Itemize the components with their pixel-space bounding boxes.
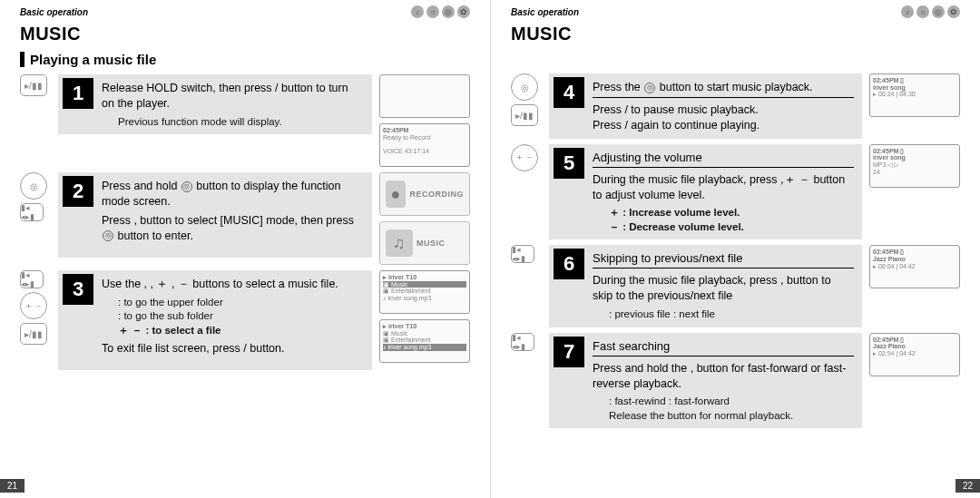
rec-label: RECORDING: [409, 190, 464, 199]
step-7-buttons: ▮◂ ◂▸▮: [511, 333, 542, 351]
page-number-right: 22: [956, 479, 980, 493]
page-number-left: 21: [0, 479, 24, 493]
step-1-number: 1: [63, 78, 93, 109]
sr1a: 02:45PM: [383, 127, 466, 134]
header-icons: ♪ ☼ ◎ ✿: [411, 5, 470, 18]
music-mode-tile: ♫ MUSIC: [379, 221, 470, 265]
music-mode-icon: ♪: [411, 5, 424, 18]
step-4-row: ◎ ▸/▮▮ 4 Press the ◎ button to start mus…: [511, 73, 960, 139]
step-4-buttons: ◎ ▸/▮▮: [511, 73, 542, 126]
section-subtitle: Playing a music file: [20, 52, 470, 67]
l2c: ▣ Entertainment: [383, 337, 466, 344]
p3d: ▸ 00:04 | 04:42: [873, 263, 956, 270]
step-6-title: Skipping to previous/next file: [593, 251, 854, 265]
play-pause-button-icon-4: ▸/▮▮: [511, 104, 538, 126]
radio-mode-icon-r: ☼: [916, 5, 929, 18]
step-2-box: 2 Press and hold ◎ button to display the…: [58, 172, 372, 258]
step-4-screens: 02:45PM ▯ iriver song ▸ 00:24 | 04:30: [869, 73, 960, 117]
screen-ready: 02:45PM Ready to Record VOICE 43:17:14: [379, 123, 470, 167]
recording-mode-tile: ● RECORDING: [379, 172, 470, 216]
step-2-buttons: ◎ ▮◂ ◂▸▮: [20, 172, 51, 221]
step-3-sub2: : to go the sub folder: [102, 309, 364, 324]
l2a: ▸ iriver T10: [383, 323, 466, 330]
music-glyph-icon: ♫: [386, 229, 413, 257]
l1b: ▣ Music: [383, 281, 466, 288]
music-label: MUSIC: [416, 239, 446, 248]
step-6-t1: During the music file playback, press , …: [593, 273, 854, 304]
step-5-buttons: ＋ －: [511, 144, 542, 171]
step-5-title: Adjusting the volume: [593, 151, 854, 164]
music-mode-icon-r: ♪: [901, 5, 914, 18]
step-7-t1: Press and hold the , button for fast-for…: [593, 361, 854, 392]
step-6-s1: : previous file : next file: [593, 308, 854, 322]
step-5-box: 5 Adjusting the volume During the music …: [549, 144, 862, 240]
step-3-sub1: : to go the upper folder: [102, 296, 364, 310]
header-row-r: Basic operation ♪ ☼ ◎ ✿: [511, 5, 960, 18]
step-7-screens: 02:45PM ▯ Jazz Piano ▸ 02:54 | 04:42: [869, 333, 960, 376]
step-1-screens: 02:45PM Ready to Record VOICE 43:17:14: [379, 74, 470, 167]
skip-button-icon-7: ▮◂ ◂▸▮: [511, 333, 534, 351]
navi-inline-icon: ◎: [181, 181, 192, 192]
header-icons-r: ♪ ☼ ◎ ✿: [901, 5, 960, 18]
header-label: Basic operation: [20, 7, 88, 17]
page-right: Basic operation ♪ ☼ ◎ ✿ MUSIC ◎ ▸/▮▮ 4 P…: [490, 0, 980, 498]
step-1-text: Release HOLD switch, then press / button…: [102, 81, 364, 112]
p1b: iriver song: [873, 84, 956, 92]
p4b: Jazz Piano: [873, 343, 956, 350]
sr1b: Ready to Record: [383, 134, 466, 142]
manual-spread: Basic operation ♪ ☼ ◎ ✿ MUSIC Playing a …: [0, 0, 980, 498]
step-7-s1: : fast-rewind : fast-forward: [593, 395, 854, 409]
step-7-box: 7 Fast searching Press and hold the , bu…: [549, 333, 862, 429]
l1d: ♪ iriver song.mp3: [383, 295, 466, 302]
step-1-box: 1 Release HOLD switch, then press / butt…: [58, 74, 372, 134]
screen-blank: [379, 74, 470, 118]
divider-7: [593, 356, 854, 356]
step-3-row: ▮◂ ◂▸▮ ＋ － ▸/▮▮ 3 Use the , , ＋ , － butt…: [20, 270, 470, 370]
p3a: 02:45PM ▯: [873, 249, 956, 256]
radio-mode-icon: ☼: [426, 5, 439, 18]
settings-mode-icon: ✿: [457, 5, 470, 18]
skip-button-icon-2: ▮◂ ◂▸▮: [20, 270, 44, 288]
step-5-s2: － : Decrease volume level.: [593, 220, 854, 235]
s2c: Press , button to select [MUSIC] mode, t…: [102, 214, 354, 227]
p2b: iriver song: [873, 154, 956, 161]
s2d: button to enter.: [117, 229, 192, 242]
step-4-t1: Press the ◎ button to start music playba…: [593, 80, 854, 95]
step-7-title: Fast searching: [593, 339, 854, 353]
step-6-number: 6: [554, 249, 584, 279]
step-3-box: 3 Use the , , ＋ , － buttons to select a …: [58, 270, 372, 370]
skip-button-icon: ▮◂ ◂▸▮: [20, 203, 44, 221]
play-pause-button-icon: ▸/▮▮: [20, 74, 47, 96]
l1c: ▣ Entertainment: [383, 288, 466, 295]
step-5-s1: ＋ : Increase volume level.: [593, 206, 854, 220]
p2d: 24: [873, 169, 956, 176]
step1-t1: Release HOLD switch, then press: [102, 82, 275, 94]
step-4-t2: Press / to pause music playback.: [593, 103, 854, 118]
step-2-screens: ● RECORDING ♫ MUSIC: [379, 172, 470, 265]
section-title: MUSIC: [20, 24, 470, 44]
s4a: Press the: [593, 81, 643, 93]
step-3-screens: ▸ iriver T10 ▣ Music ▣ Entertainment ♪ i…: [379, 270, 470, 363]
step-1-buttons: ▸/▮▮: [20, 74, 51, 96]
step-1-note: Previous function mode will display.: [102, 115, 364, 130]
divider-5: [593, 167, 854, 168]
navi-button-icon: ◎: [20, 172, 47, 200]
step-6-box: 6 Skipping to previous/next file During …: [549, 245, 862, 327]
step1-t2: /: [275, 82, 281, 94]
divider-6: [593, 268, 854, 269]
step-2-text2: Press , button to select [MUSIC] mode, t…: [102, 213, 364, 244]
step-3-buttons: ▮◂ ◂▸▮ ＋ － ▸/▮▮: [20, 270, 51, 345]
step-6-buttons: ▮◂ ◂▸▮: [511, 245, 542, 263]
sr1c: VOICE 43:17:14: [383, 148, 466, 155]
step-7-number: 7: [554, 337, 584, 367]
skip-button-icon-6: ▮◂ ◂▸▮: [511, 245, 534, 263]
p4a: 02:45PM ▯: [873, 337, 956, 344]
p1a: 02:45PM ▯: [873, 77, 956, 84]
screen-list1: ▸ iriver T10 ▣ Music ▣ Entertainment ♪ i…: [379, 270, 470, 314]
navi-inline-icon-4: ◎: [644, 83, 655, 93]
step-5-row: ＋ － 5 Adjusting the volume During the mu…: [511, 144, 960, 240]
vol-button-icon: ＋ －: [511, 144, 538, 171]
step-6-screens: 02:45PM ▯ Jazz Piano ▸ 00:04 | 04:42: [869, 245, 960, 288]
step-5-screens: 02:45PM ▯ iriver song MP3 ◁ ▷ 24: [869, 144, 960, 188]
screen-play2: 02:45PM ▯ iriver song MP3 ◁ ▷ 24: [869, 144, 960, 188]
